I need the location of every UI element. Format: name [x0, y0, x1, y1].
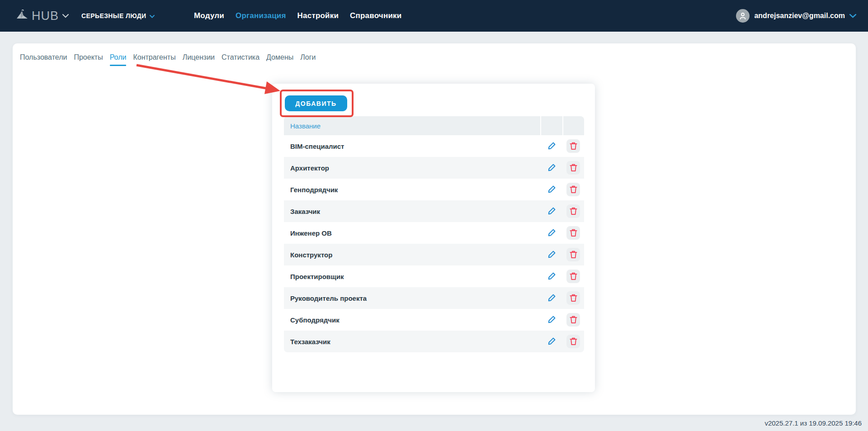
tab-licenzii[interactable]: Лицензии	[183, 53, 215, 66]
topbar: HUB СЕРЬЕЗНЫЕ ЛЮДИ Модули Организация На…	[0, 0, 868, 32]
table-row: Техзаказчик	[284, 331, 584, 352]
trash-icon	[566, 270, 580, 283]
tab-bar: Пользователи Проекты Роли Контрагенты Ли…	[20, 53, 316, 66]
top-navigation: Модули Организация Настройки Справочники	[194, 0, 401, 32]
table-row: Генподрядчик	[284, 179, 584, 200]
org-chevron-down-icon	[150, 12, 155, 19]
nav-item-organizaciya[interactable]: Организация	[236, 11, 286, 20]
table-row: BIM-специалист	[284, 135, 584, 157]
delete-role-button[interactable]	[562, 222, 584, 244]
page: HUB СЕРЬЕЗНЫЕ ЛЮДИ Модули Организация На…	[0, 0, 868, 431]
pencil-icon	[547, 141, 557, 152]
edit-role-button[interactable]	[541, 244, 562, 265]
table-row: Архитектор	[284, 157, 584, 179]
user-avatar	[736, 9, 750, 23]
edit-role-button[interactable]	[541, 265, 562, 287]
role-name: BIM-специалист	[284, 142, 541, 150]
tab-polzovateli[interactable]: Пользователи	[20, 53, 67, 66]
role-name: Генподрядчик	[284, 186, 541, 194]
tab-roli[interactable]: Роли	[110, 53, 127, 66]
role-name: Руководитель проекта	[284, 294, 541, 302]
pencil-icon	[547, 293, 557, 303]
organization-name: СЕРЬЕЗНЫЕ ЛЮДИ	[81, 12, 146, 19]
version-text: v2025.27.1 из 19.09.2025 19:46	[764, 419, 862, 427]
trash-icon	[566, 161, 580, 175]
nav-item-spravochniki[interactable]: Справочники	[350, 11, 401, 20]
delete-role-button[interactable]	[562, 331, 584, 352]
column-header-delete	[563, 116, 584, 135]
trash-icon	[566, 183, 580, 196]
column-header-edit	[541, 116, 562, 135]
table-row: Конструктор	[284, 244, 584, 265]
user-chevron-down-icon	[849, 12, 856, 20]
table-row: Руководитель проекта	[284, 287, 584, 309]
pencil-icon	[547, 228, 557, 238]
edit-role-button[interactable]	[541, 331, 562, 352]
hub-chevron-down-icon[interactable]	[62, 12, 69, 20]
user-email: andrejsanziev@gmail.com	[754, 12, 845, 20]
delete-role-button[interactable]	[562, 287, 584, 309]
pencil-icon	[547, 250, 557, 260]
trash-icon	[566, 291, 580, 305]
trash-icon	[566, 248, 580, 261]
bird-logo-icon	[16, 9, 28, 22]
pencil-icon	[547, 315, 557, 325]
nav-item-nastroyki[interactable]: Настройки	[297, 11, 339, 20]
roles-card: ДОБАВИТЬ Название BIM-специалист Архит	[272, 84, 595, 392]
edit-role-button[interactable]	[541, 157, 562, 179]
trash-icon	[566, 139, 580, 153]
pencil-icon	[547, 163, 557, 173]
table-row: Заказчик	[284, 200, 584, 222]
tab-domeny[interactable]: Домены	[266, 53, 293, 66]
edit-role-button[interactable]	[541, 179, 562, 200]
delete-role-button[interactable]	[562, 309, 584, 331]
pencil-icon	[547, 206, 557, 217]
table-header-row: Название	[284, 116, 584, 135]
hub-logo-text: HUB	[32, 9, 59, 23]
delete-role-button[interactable]	[562, 135, 584, 157]
table-row: Инженер ОВ	[284, 222, 584, 244]
edit-role-button[interactable]	[541, 135, 562, 157]
tab-statistika[interactable]: Статистика	[222, 53, 259, 66]
tab-logi[interactable]: Логи	[300, 53, 316, 66]
roles-table: Название BIM-специалист Архитектор	[284, 116, 584, 352]
delete-role-button[interactable]	[562, 157, 584, 179]
role-name: Техзаказчик	[284, 338, 541, 346]
delete-role-button[interactable]	[562, 244, 584, 265]
edit-role-button[interactable]	[541, 287, 562, 309]
user-menu[interactable]: andrejsanziev@gmail.com	[736, 0, 856, 32]
content-panel: Пользователи Проекты Роли Контрагенты Ли…	[13, 43, 856, 415]
table-row: Проектировщик	[284, 265, 584, 287]
role-name: Инженер ОВ	[284, 229, 541, 237]
table-row: Субподрядчик	[284, 309, 584, 331]
edit-role-button[interactable]	[541, 200, 562, 222]
edit-role-button[interactable]	[541, 309, 562, 331]
role-name: Субподрядчик	[284, 316, 541, 324]
role-name: Архитектор	[284, 164, 541, 172]
table-body: BIM-специалист Архитектор Генподрядчик	[284, 135, 584, 352]
tab-proekty[interactable]: Проекты	[74, 53, 103, 66]
pencil-icon	[547, 336, 557, 347]
edit-role-button[interactable]	[541, 222, 562, 244]
nav-item-moduli[interactable]: Модули	[194, 11, 224, 20]
trash-icon	[566, 226, 580, 240]
organization-selector[interactable]: СЕРЬЕЗНЫЕ ЛЮДИ	[81, 0, 155, 32]
role-name: Проектировщик	[284, 273, 541, 280]
column-header-name: Название	[284, 116, 540, 135]
pencil-icon	[547, 271, 557, 282]
delete-role-button[interactable]	[562, 179, 584, 200]
trash-icon	[566, 335, 580, 348]
pencil-icon	[547, 185, 557, 195]
hub-logo[interactable]: HUB	[16, 0, 69, 32]
role-name: Заказчик	[284, 208, 541, 215]
delete-role-button[interactable]	[562, 265, 584, 287]
trash-icon	[566, 313, 580, 327]
delete-role-button[interactable]	[562, 200, 584, 222]
role-name: Конструктор	[284, 251, 541, 259]
trash-icon	[566, 204, 580, 218]
add-role-button[interactable]: ДОБАВИТЬ	[285, 95, 347, 111]
tab-kontragenty[interactable]: Контрагенты	[133, 53, 175, 66]
